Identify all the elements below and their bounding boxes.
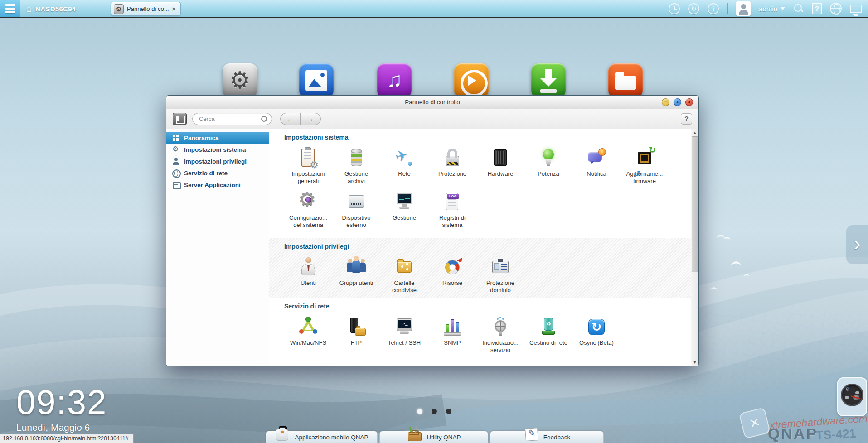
app-impostazioni-generali[interactable]: Impostazioni generali (284, 145, 332, 189)
desktop-icon-download-station[interactable] (531, 63, 566, 98)
app-rete[interactable]: Rete (380, 145, 428, 189)
section-impostazioni-sistema: Impostazioni sistemaImpostazioni general… (269, 129, 698, 238)
feedback-note-icon (524, 426, 539, 442)
dashboard-gauge-button[interactable] (837, 377, 867, 416)
next-desktop-arrow[interactable]: › (846, 225, 868, 264)
desktop-switch-icon[interactable] (850, 5, 862, 13)
backup-sync-icon[interactable] (688, 3, 699, 14)
app-label: Qsync (Beta) (577, 339, 616, 347)
firmware-icon (634, 147, 655, 169)
app-qsync-beta-[interactable]: Qsync (Beta) (572, 314, 621, 358)
main-menu-button[interactable] (0, 0, 20, 17)
globe-icon[interactable] (830, 3, 842, 14)
app-aggiorname-firmware[interactable]: Aggiorname... firmware (621, 145, 669, 189)
app-hardware[interactable]: Hardware (476, 145, 524, 189)
app-gestione-archivi[interactable]: Gestione archivi (332, 145, 380, 189)
idcard-icon (490, 256, 511, 278)
taskbar-button-feedback-note[interactable]: Feedback (490, 431, 604, 443)
app-individuazio-servizio[interactable]: Individuazio... servizio (476, 314, 524, 358)
minimize-button[interactable]: − (662, 98, 669, 106)
s-gear-icon (172, 146, 180, 154)
close-button[interactable]: × (685, 98, 693, 106)
app-label: Configurazio... del sistema (289, 214, 328, 229)
desktop-icon-photo-station[interactable] (299, 63, 334, 98)
clock-icon[interactable] (669, 3, 680, 14)
snmp-icon (441, 316, 463, 338)
search-icon[interactable] (793, 3, 804, 14)
tab-control-panel[interactable]: ⚙ Pannello di co... × (111, 2, 181, 16)
sidebar-item-impostazioni-sistema[interactable]: Impostazioni sistema (166, 144, 269, 155)
nfs-icon (297, 316, 319, 338)
app-telnet-ssh[interactable]: Telnet / SSH (380, 314, 428, 358)
window-titlebar[interactable]: Pannello di controllo − + × (166, 96, 698, 109)
app-protezione-dominio[interactable]: Protezione dominio (476, 255, 524, 299)
app-cestino-di-rete[interactable]: Cestino di rete (524, 314, 572, 358)
security-icon (441, 147, 463, 169)
app-potenza[interactable]: Potenza (524, 145, 572, 189)
app-protezione[interactable]: Protezione (428, 145, 476, 189)
scroll-up-icon[interactable]: ▲ (691, 129, 698, 136)
gauge-icon (841, 384, 863, 406)
app-risorse[interactable]: Risorse (428, 255, 476, 299)
app-configurazio-del-sistema[interactable]: Configurazio... del sistema (284, 189, 332, 233)
taskbar-button-label: Applicazione mobile QNAP (295, 434, 368, 441)
pager-dot-2[interactable] (432, 409, 437, 414)
app-utenti[interactable]: Utenti (284, 255, 332, 299)
desktop-icon-video-station[interactable] (454, 63, 489, 98)
bird-icon (710, 235, 750, 290)
pager-dot-1[interactable] (417, 409, 422, 414)
search-icon[interactable] (261, 116, 268, 123)
app-label: Hardware (481, 170, 520, 178)
pager-dot-3[interactable] (446, 409, 451, 414)
sidebar-item-impostazioni-privilegi[interactable]: Impostazioni privilegi (166, 155, 269, 167)
home-device-button[interactable]: ⌂ NASD56C94 (26, 0, 76, 17)
maximize-button[interactable]: + (674, 98, 681, 106)
folders-icon (393, 256, 415, 278)
s-grid-icon (172, 134, 180, 142)
scroll-down-icon[interactable]: ▼ (691, 359, 698, 366)
app-label: Cestino di rete (529, 339, 568, 347)
sidebar-item-servizio-di-rete[interactable]: Servizio di rete (166, 167, 269, 179)
app-gruppi-utenti[interactable]: Gruppi utenti (332, 255, 380, 299)
help-button[interactable]: ? (681, 113, 692, 125)
tab-close-icon[interactable]: × (172, 6, 176, 12)
forward-button[interactable]: → (301, 113, 321, 125)
app-snmp[interactable]: SNMP (428, 314, 476, 358)
app-label: Dispositivo esterno (337, 214, 376, 229)
window-toolbar: ← → ? (166, 109, 698, 129)
app-dispositivo-esterno[interactable]: Dispositivo esterno (332, 189, 380, 233)
taskbar-button-phone[interactable]: Applicazione mobile QNAP (266, 431, 378, 443)
app-label: Telnet / SSH (385, 339, 424, 347)
app-gestione[interactable]: Gestione (380, 189, 428, 233)
watermark-model: TS-421 (815, 427, 856, 443)
taskbar-button-toolbox[interactable]: Utility QNAP (379, 431, 488, 443)
app-registri-di-sistema[interactable]: Registri di sistema (428, 189, 476, 233)
app-label: Risorse (433, 279, 472, 287)
desktop-icon-settings[interactable] (223, 63, 257, 98)
help-icon[interactable]: ? (812, 3, 822, 14)
discovery-icon (490, 316, 511, 338)
info-icon[interactable] (708, 3, 719, 14)
desktop-icon-music-station[interactable] (377, 63, 412, 98)
section-impostazioni-privilegi: Impostazioni privilegiUtentiGruppi utent… (269, 238, 698, 298)
s-globe-icon (172, 169, 180, 177)
desktop-icon-file-station[interactable] (608, 63, 643, 98)
back-button[interactable]: ← (280, 113, 301, 125)
app-label: Potenza (529, 170, 568, 178)
sidebar-item-panoramica[interactable]: Panoramica (166, 132, 269, 144)
section-title: Impostazioni privilegi (284, 241, 698, 250)
search-input[interactable] (199, 114, 258, 124)
sidebar-item-label: Impostazioni privilegi (184, 158, 247, 165)
app-win-mac-nfs[interactable]: Win/Mac/NFS (284, 314, 332, 358)
sidebar-toggle-button[interactable] (173, 113, 187, 125)
app-cartelle-condivise[interactable]: Cartelle condivise (380, 255, 428, 299)
app-ftp[interactable]: FTP (332, 314, 380, 358)
user-menu[interactable]: admin (759, 5, 785, 13)
bin-icon (538, 316, 559, 338)
scrollbar-thumb[interactable] (692, 136, 698, 272)
watermark-brand: QNAP (768, 425, 818, 443)
app-notifica[interactable]: Notifica (572, 145, 621, 189)
sidebar-item-server-applicazioni[interactable]: Server Applicazioni (166, 179, 269, 191)
power-icon (538, 147, 559, 169)
user-avatar[interactable] (736, 1, 751, 16)
